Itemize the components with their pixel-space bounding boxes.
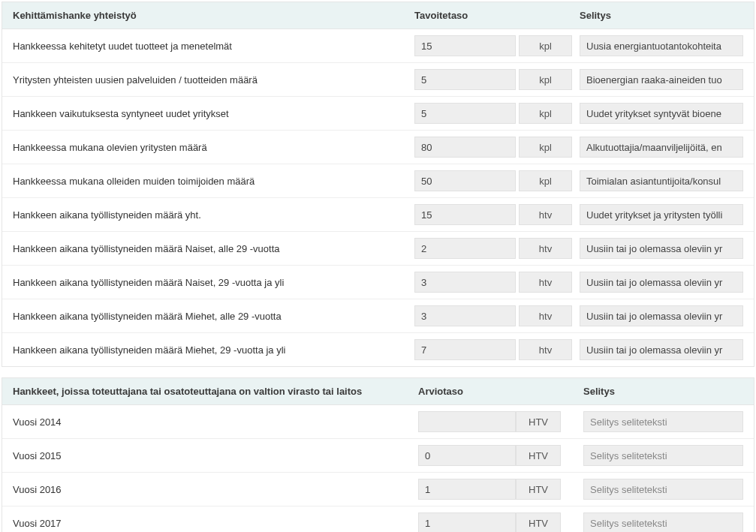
desc-input[interactable]: Bioenergian raaka-aineiden tuo xyxy=(580,69,743,90)
unit-label: HTV xyxy=(516,479,561,500)
table-valtion-virasto: Hankkeet, joissa toteuttajana tai osatot… xyxy=(2,377,754,532)
value-input[interactable]: 1 xyxy=(418,512,516,532)
row-label: Hankkeen vaikutuksesta syntyneet uudet y… xyxy=(13,108,414,119)
value-input[interactable] xyxy=(418,411,516,432)
row-label: Yritysten yhteisten uusien palveluiden /… xyxy=(13,74,414,86)
table-row: Yritysten yhteisten uusien palveluiden /… xyxy=(2,63,754,97)
unit-label: HTV xyxy=(516,445,561,466)
table-row: Hankkeen aikana työllistyneiden määrä Na… xyxy=(2,232,754,266)
value-input[interactable]: 3 xyxy=(414,272,516,293)
header-value: Arviotaso xyxy=(418,386,516,397)
unit-label: htv xyxy=(519,305,572,326)
value-input[interactable]: 3 xyxy=(414,305,516,326)
desc-input[interactable]: Uusia energiantuotantokohteita xyxy=(580,35,743,56)
row-label: Vuosi 2014 xyxy=(13,416,418,428)
table-row: Hankkeen aikana työllistyneiden määrä Mi… xyxy=(2,299,754,333)
table-row: Vuosi 20171HTVSelitys seliteteksti xyxy=(2,506,754,532)
row-label: Vuosi 2017 xyxy=(13,518,418,529)
header-value: Tavoitetaso xyxy=(414,10,516,21)
table-row: Hankkeen aikana työllistyneiden määrä Na… xyxy=(2,266,754,299)
unit-label: htv xyxy=(519,204,572,225)
desc-input[interactable]: Toimialan asiantuntijoita/konsul xyxy=(580,170,743,191)
unit-label: htv xyxy=(519,339,572,360)
unit-label: HTV xyxy=(516,411,561,432)
table-row: Vuosi 2014HTVSelitys seliteteksti xyxy=(2,405,754,439)
row-label: Vuosi 2016 xyxy=(13,484,418,495)
desc-input[interactable]: Uusiin tai jo olemassa oleviin yr xyxy=(580,238,743,259)
table-row: Hankkeessa mukana olevien yritysten määr… xyxy=(2,131,754,164)
header-desc: Selitys xyxy=(583,386,743,397)
desc-input[interactable]: Uudet yritykset syntyvät bioene xyxy=(580,103,743,124)
desc-input[interactable]: Selitys seliteteksti xyxy=(583,479,743,500)
placeholder-text: Selitys seliteteksti xyxy=(590,416,667,428)
row-label: Hankkeessa kehitetyt uudet tuotteet ja m… xyxy=(13,41,414,52)
table-row: Hankkeen vaikutuksesta syntyneet uudet y… xyxy=(2,97,754,131)
row-label: Hankkeessa mukana olevien yritysten määr… xyxy=(13,142,414,153)
placeholder-text: Selitys seliteteksti xyxy=(590,518,667,529)
table-kehittamishanke: Kehittämishanke yhteistyö Tavoitetaso Se… xyxy=(2,2,754,367)
header-label: Kehittämishanke yhteistyö xyxy=(13,10,414,21)
value-input[interactable]: 0 xyxy=(418,445,516,466)
table-header-row: Hankkeet, joissa toteuttajana tai osatot… xyxy=(2,378,754,405)
placeholder-text: Selitys seliteteksti xyxy=(590,450,667,461)
value-input[interactable]: 15 xyxy=(414,204,516,225)
desc-input[interactable]: Alkutuottajia/maanviljelijöitä, en xyxy=(580,137,743,158)
placeholder-text: Selitys seliteteksti xyxy=(590,484,667,495)
unit-label: kpl xyxy=(519,170,572,191)
unit-label: kpl xyxy=(519,137,572,158)
table-row: Vuosi 20150HTVSelitys seliteteksti xyxy=(2,439,754,473)
desc-input[interactable]: Selitys seliteteksti xyxy=(583,445,743,466)
desc-input[interactable]: Uusiin tai jo olemassa oleviin yr xyxy=(580,305,743,326)
table-row: Hankkeen aikana työllistyneiden määrä Mi… xyxy=(2,333,754,366)
row-label: Hankkeen aikana työllistyneiden määrä Na… xyxy=(13,243,414,254)
value-input[interactable]: 50 xyxy=(414,170,516,191)
row-label: Hankkeen aikana työllistyneiden määrä yh… xyxy=(13,209,414,221)
value-input[interactable]: 5 xyxy=(414,69,516,90)
unit-label: kpl xyxy=(519,69,572,90)
table-row: Hankkeen aikana työllistyneiden määrä yh… xyxy=(2,198,754,232)
value-input[interactable]: 80 xyxy=(414,137,516,158)
desc-input[interactable]: Selitys seliteteksti xyxy=(583,411,743,432)
unit-label: HTV xyxy=(516,512,561,532)
desc-input[interactable]: Uusiin tai jo olemassa oleviin yr xyxy=(580,272,743,293)
desc-input[interactable]: Selitys seliteteksti xyxy=(583,512,743,532)
table-header-row: Kehittämishanke yhteistyö Tavoitetaso Se… xyxy=(2,2,754,29)
row-label: Hankkeen aikana työllistyneiden määrä Mi… xyxy=(13,311,414,322)
unit-label: kpl xyxy=(519,103,572,124)
table-row: Hankkeessa kehitetyt uudet tuotteet ja m… xyxy=(2,29,754,63)
value-input[interactable]: 7 xyxy=(414,339,516,360)
row-label: Hankkeessa mukana olleiden muiden toimij… xyxy=(13,176,414,187)
row-label: Vuosi 2015 xyxy=(13,450,418,461)
unit-label: htv xyxy=(519,238,572,259)
value-input[interactable]: 1 xyxy=(418,479,516,500)
value-input[interactable]: 15 xyxy=(414,35,516,56)
row-label: Hankkeen aikana työllistyneiden määrä Na… xyxy=(13,277,414,288)
desc-input[interactable]: Uudet yritykset ja yritysten työlli xyxy=(580,204,743,225)
value-input[interactable]: 2 xyxy=(414,238,516,259)
header-desc: Selitys xyxy=(580,10,743,21)
table-row: Vuosi 20161HTVSelitys seliteteksti xyxy=(2,473,754,506)
header-label: Hankkeet, joissa toteuttajana tai osatot… xyxy=(13,386,418,397)
row-label: Hankkeen aikana työllistyneiden määrä Mi… xyxy=(13,344,414,356)
unit-label: kpl xyxy=(519,35,572,56)
value-input[interactable]: 5 xyxy=(414,103,516,124)
desc-input[interactable]: Uusiin tai jo olemassa oleviin yr xyxy=(580,339,743,360)
table-row: Hankkeessa mukana olleiden muiden toimij… xyxy=(2,164,754,198)
unit-label: htv xyxy=(519,272,572,293)
